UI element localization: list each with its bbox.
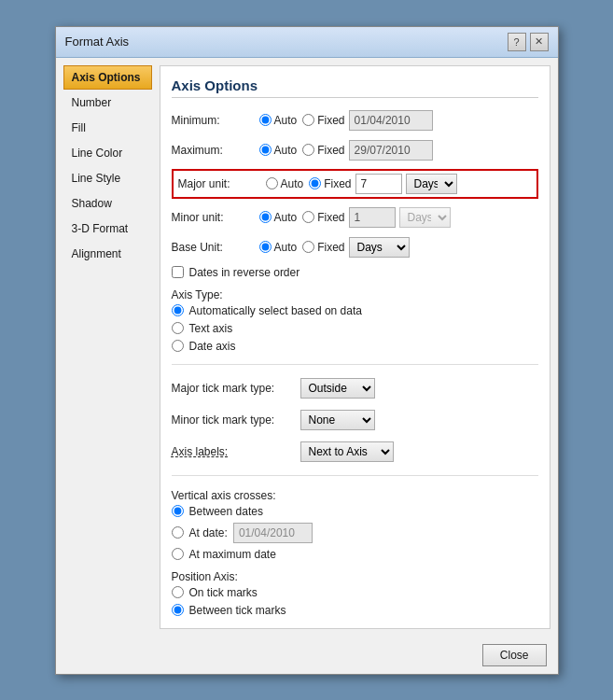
minimum-auto-label[interactable]: Auto — [259, 114, 298, 127]
minor-unit-row: Minor unit: Auto Fixed Days — [172, 206, 538, 229]
minimum-radio-group: Auto Fixed — [259, 114, 345, 127]
axis-type-date-label[interactable]: Date axis — [172, 340, 538, 353]
sidebar-item-number[interactable]: Number — [63, 91, 152, 115]
title-bar-buttons: ? ✕ — [508, 33, 549, 51]
section-title: Axis Options — [172, 77, 538, 98]
major-unit-days-select[interactable]: Days Months Years — [406, 174, 457, 194]
sidebar-item-shadow[interactable]: Shadow — [63, 191, 152, 216]
base-unit-label: Base Unit: — [172, 241, 256, 254]
between-tick-marks-label[interactable]: Between tick marks — [172, 604, 538, 617]
axis-type-section: Axis Type: Automatically select based on… — [172, 288, 538, 353]
sidebar-item-3d-format[interactable]: 3-D Format — [63, 217, 152, 241]
major-unit-radio-group: Auto Fixed — [266, 177, 352, 190]
major-unit-auto-label[interactable]: Auto — [266, 177, 304, 190]
close-title-button[interactable]: ✕ — [530, 33, 549, 51]
dialog-footer: Close — [56, 637, 558, 674]
minor-unit-value-input[interactable] — [349, 207, 396, 228]
minor-tick-row: Minor tick mark type: None Outside Insid… — [172, 408, 538, 432]
vertical-crosses-title: Vertical axis crosses: — [172, 489, 538, 502]
vertical-crosses-section: Vertical axis crosses: Between dates At … — [172, 489, 538, 561]
minor-tick-label: Minor tick mark type: — [172, 413, 293, 427]
minimum-label: Minimum: — [172, 114, 256, 127]
dialog-title: Format Axis — [65, 35, 130, 49]
on-tick-marks-radio[interactable] — [172, 586, 184, 598]
format-axis-dialog: Format Axis ? ✕ Axis Options Number Fill… — [55, 26, 559, 675]
axis-labels-select[interactable]: Next to Axis High Low None — [300, 441, 394, 462]
sidebar-item-alignment[interactable]: Alignment — [63, 242, 152, 266]
minor-unit-label: Minor unit: — [172, 211, 256, 224]
base-unit-fixed-label[interactable]: Fixed — [302, 241, 344, 254]
sidebar-item-line-color[interactable]: Line Color — [63, 141, 152, 165]
major-unit-value-input[interactable] — [355, 174, 402, 194]
maximum-value-input[interactable] — [349, 140, 433, 161]
minimum-fixed-label[interactable]: Fixed — [302, 114, 344, 127]
maximum-radio-group: Auto Fixed — [259, 144, 345, 157]
minor-unit-fixed-radio[interactable] — [302, 211, 314, 223]
minimum-fixed-radio[interactable] — [302, 114, 314, 126]
position-axis-section: Position Axis: On tick marks Between tic… — [172, 570, 538, 617]
at-max-date-label[interactable]: At maximum date — [172, 548, 538, 561]
minor-unit-radio-group: Auto Fixed — [259, 211, 345, 224]
sidebar-item-line-style[interactable]: Line Style — [63, 166, 152, 190]
base-unit-select[interactable]: Days Months Years — [349, 237, 410, 258]
between-dates-radio[interactable] — [172, 505, 184, 517]
minor-unit-days-select[interactable]: Days — [399, 207, 451, 228]
axis-type-date-radio[interactable] — [172, 340, 184, 352]
minor-unit-auto-label[interactable]: Auto — [259, 211, 298, 224]
base-unit-fixed-radio[interactable] — [302, 241, 314, 253]
major-unit-auto-radio[interactable] — [266, 177, 278, 189]
maximum-auto-radio[interactable] — [259, 144, 272, 156]
axis-labels-label: Axis labels: — [172, 445, 293, 458]
major-unit-label: Major unit: — [178, 177, 262, 190]
maximum-row: Maximum: Auto Fixed — [172, 139, 538, 161]
base-unit-auto-label[interactable]: Auto — [259, 241, 298, 254]
on-tick-marks-label[interactable]: On tick marks — [172, 586, 538, 599]
minor-unit-auto-radio[interactable] — [259, 211, 272, 223]
major-tick-select[interactable]: Outside Inside Cross None — [300, 378, 375, 399]
at-date-row: At date: — [172, 523, 538, 543]
help-button[interactable]: ? — [508, 33, 526, 51]
minor-tick-select[interactable]: None Outside Inside Cross — [300, 410, 375, 430]
minimum-row: Minimum: Auto Fixed — [172, 109, 538, 132]
dates-reverse-row: Dates in reverse order — [172, 266, 538, 279]
position-axis-radio-block: On tick marks Between tick marks — [172, 586, 538, 617]
major-tick-row: Major tick mark type: Outside Inside Cro… — [172, 376, 538, 400]
axis-type-text-label[interactable]: Text axis — [172, 322, 538, 335]
divider2 — [172, 475, 538, 476]
base-unit-row: Base Unit: Auto Fixed Days Months Years — [172, 236, 538, 259]
at-max-date-radio[interactable] — [172, 548, 184, 560]
minimum-value-input[interactable] — [349, 110, 433, 131]
between-dates-label[interactable]: Between dates — [172, 505, 538, 518]
axis-type-radio-block: Automatically select based on data Text … — [172, 304, 538, 353]
minor-unit-fixed-label[interactable]: Fixed — [302, 211, 344, 224]
maximum-auto-label[interactable]: Auto — [259, 144, 298, 157]
dialog-body: Axis Options Number Fill Line Color Line… — [56, 58, 558, 637]
base-unit-radio-group: Auto Fixed — [259, 241, 345, 254]
between-tick-marks-radio[interactable] — [172, 604, 184, 616]
sidebar-item-axis-options[interactable]: Axis Options — [63, 65, 152, 90]
maximum-label: Maximum: — [172, 144, 256, 157]
major-unit-fixed-label[interactable]: Fixed — [309, 177, 351, 190]
at-date-radio[interactable] — [172, 526, 184, 539]
title-bar: Format Axis ? ✕ — [56, 27, 558, 58]
main-content: Axis Options Minimum: Auto Fixed — [160, 65, 550, 629]
axis-type-text-radio[interactable] — [172, 322, 184, 334]
axis-type-title: Axis Type: — [172, 288, 538, 301]
vertical-crosses-radio-block: Between dates At date: At maximum date — [172, 505, 538, 561]
major-tick-label: Major tick mark type: — [172, 382, 293, 395]
close-button[interactable]: Close — [482, 644, 547, 666]
maximum-fixed-radio[interactable] — [302, 144, 314, 156]
sidebar: Axis Options Number Fill Line Color Line… — [63, 65, 152, 629]
sidebar-item-fill[interactable]: Fill — [63, 116, 152, 140]
base-unit-auto-radio[interactable] — [259, 241, 272, 253]
axis-labels-row: Axis labels: Next to Axis High Low None — [172, 440, 538, 464]
axis-type-auto-label[interactable]: Automatically select based on data — [172, 304, 538, 317]
minimum-auto-radio[interactable] — [259, 114, 272, 126]
at-date-input[interactable] — [233, 523, 313, 543]
maximum-fixed-label[interactable]: Fixed — [302, 144, 344, 157]
position-axis-title: Position Axis: — [172, 570, 538, 583]
major-unit-fixed-radio[interactable] — [309, 177, 321, 189]
dates-reverse-checkbox[interactable] — [172, 266, 184, 278]
axis-type-auto-radio[interactable] — [172, 304, 184, 316]
dates-reverse-label: Dates in reverse order — [189, 266, 300, 279]
